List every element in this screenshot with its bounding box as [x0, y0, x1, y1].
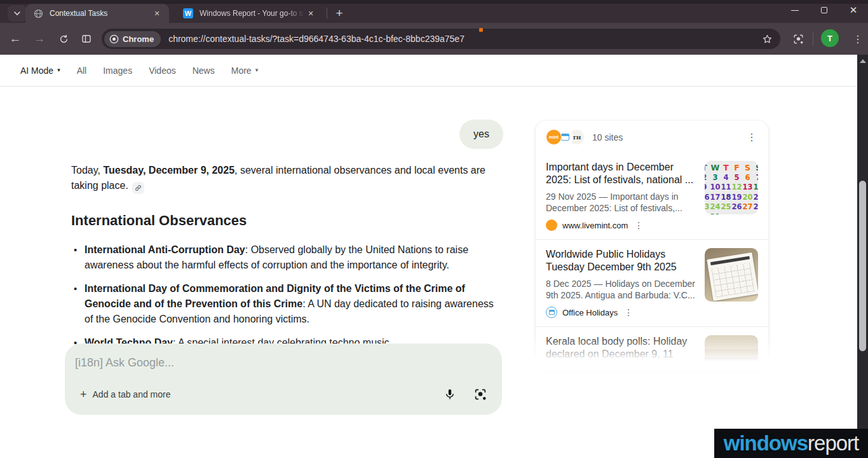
desk-calendar-thumbnail[interactable]	[705, 248, 758, 302]
answer-intro-paragraph: Today, Tuesday, December 9, 2025, severa…	[71, 163, 503, 194]
forward-button[interactable]	[29, 29, 50, 49]
chrome-chip[interactable]: Chrome	[104, 31, 161, 47]
browser-toolbar: Chrome chrome://contextual-tasks/?task=d…	[0, 23, 868, 55]
calendar-thumbnail[interactable]: TWTFSS2345679101112131416171819202123242…	[705, 161, 758, 214]
section-heading: International Observances	[71, 212, 503, 229]
link-icon	[135, 184, 142, 191]
tab-search-button[interactable]	[8, 5, 27, 22]
tab-contextual-tasks[interactable]: Contextual Tasks	[25, 4, 169, 23]
nav-label: All	[77, 66, 87, 76]
result-card-3[interactable]: Kerala local body polls: Holiday declare…	[536, 326, 768, 369]
microphone-icon	[444, 388, 456, 401]
sites-count: 10 sites	[592, 132, 623, 142]
toolbar-separator	[813, 32, 813, 45]
window-restore-button[interactable]	[813, 0, 835, 20]
tab-more[interactable]: More	[231, 66, 258, 76]
browser-menu-button[interactable]	[848, 29, 868, 49]
intro-pre: Today,	[71, 165, 103, 176]
page-scrollbar[interactable]	[857, 55, 868, 458]
ai-answer-column: yes Today, Tuesday, December 9, 2025, se…	[71, 120, 503, 359]
livemint-favicon: mint	[546, 129, 562, 145]
recording-indicator-dot	[479, 28, 483, 32]
tab-news[interactable]: News	[193, 66, 215, 76]
reload-icon	[58, 34, 69, 45]
search-navbar: AI Mode All Images Videos News More	[0, 55, 857, 87]
result-snippet: 8 Dec 2025 — Holidays on December 9th 20…	[546, 278, 697, 301]
tab-strip: Contextual Tasks W Windows Report - Your…	[0, 0, 868, 23]
lens-search-button[interactable]	[788, 29, 808, 49]
nav-label: AI Mode	[20, 66, 53, 76]
watermark-report: report	[808, 431, 858, 455]
ask-google-input[interactable]	[75, 352, 431, 373]
panel-menu-button[interactable]	[744, 130, 759, 145]
livemint-favicon	[546, 219, 557, 231]
result-title[interactable]: Worldwide Public Holidays Tuesday Decemb…	[546, 248, 697, 274]
ask-google-composer[interactable]: Add a tab and more	[65, 344, 502, 415]
source-name: Office Holidays	[562, 308, 618, 317]
composer-toolbar: Add a tab and more	[80, 387, 488, 402]
tab-close-icon[interactable]	[151, 8, 163, 19]
result-snippet: 29 Nov 2025 — Important days in December…	[546, 191, 697, 214]
nav-label: More	[231, 66, 252, 76]
chevron-down-icon	[13, 10, 21, 17]
tab-windows-report[interactable]: W Windows Report - Your go-to s	[175, 4, 323, 23]
lens-icon	[473, 387, 487, 401]
result-menu-button[interactable]	[633, 219, 644, 231]
tab-videos[interactable]: Videos	[149, 66, 176, 76]
tab-close-icon[interactable]	[305, 8, 316, 19]
windows-report-watermark: windowsreport	[714, 429, 868, 458]
chrome-chip-label: Chrome	[123, 34, 154, 44]
result-title[interactable]: Important days in December 2025: List of…	[546, 161, 697, 186]
globe-icon	[33, 8, 43, 18]
chevron-down-icon	[255, 67, 259, 73]
result-menu-button[interactable]	[623, 307, 634, 318]
intro-date: Tuesday, December 9, 2025	[103, 165, 234, 176]
calendar-grid: TWTFSS2345679101112131416171819202123242…	[705, 161, 752, 214]
sites-panel-header[interactable]: mint TH 10 sites	[536, 121, 768, 153]
bullet-bold: International Anti-Corruption Day	[85, 244, 245, 255]
restore-icon	[821, 7, 827, 13]
result-source: Office Holidays	[546, 307, 697, 318]
bookmark-star-icon[interactable]	[762, 34, 773, 45]
list-item: International Anti-Corruption Day: Obser…	[71, 242, 503, 273]
side-panel-button[interactable]	[76, 29, 97, 49]
composer-icons	[442, 387, 488, 402]
voice-search-button[interactable]	[442, 387, 458, 402]
plus-icon	[80, 389, 87, 400]
citation-link-button[interactable]	[132, 182, 144, 194]
result-card-1[interactable]: Important days in December 2025: List of…	[536, 153, 768, 239]
back-button[interactable]	[5, 29, 25, 49]
tab-ai-mode[interactable]: AI Mode	[20, 66, 60, 76]
watermark-windows: windows	[724, 431, 808, 455]
reload-button[interactable]	[53, 29, 74, 49]
scroll-up-arrow[interactable]	[860, 59, 866, 63]
browser-window: Contextual Tasks W Windows Report - Your…	[0, 0, 868, 458]
address-bar[interactable]: Chrome chrome://contextual-tasks/?task=d…	[102, 29, 780, 49]
lens-camera-button[interactable]	[473, 387, 488, 402]
window-minimize-button[interactable]	[784, 0, 806, 20]
result-title[interactable]: Kerala local body polls: Holiday declare…	[546, 335, 697, 361]
result-snippet: 1 Dec 2025 — Updated - December	[546, 365, 697, 369]
source-name: www.livemint.com	[562, 221, 628, 230]
tab-title: Windows Report - Your go-to s	[200, 9, 305, 18]
crowd-thumbnail[interactable]	[705, 335, 758, 369]
scrollbar-thumb[interactable]	[859, 181, 866, 351]
profile-avatar[interactable]: T	[821, 29, 839, 47]
new-tab-button[interactable]	[331, 5, 348, 22]
tab-title: Contextual Tasks	[50, 9, 151, 18]
chevron-down-icon	[57, 67, 60, 73]
lens-icon	[792, 33, 804, 45]
observances-list: International Anti-Corruption Day: Obser…	[71, 242, 503, 350]
site-favicon-stack: mint TH	[546, 129, 585, 145]
tab-images[interactable]: Images	[103, 66, 132, 76]
url-text[interactable]: chrome://contextual-tasks/?task=d9664743…	[168, 34, 757, 44]
window-close-button[interactable]	[843, 0, 864, 20]
chrome-logo-icon	[109, 34, 119, 44]
tab-separator	[327, 8, 327, 18]
add-tab-button[interactable]: Add a tab and more	[80, 389, 171, 400]
office-holidays-favicon	[546, 307, 557, 318]
result-card-2[interactable]: Worldwide Public Holidays Tuesday Decemb…	[536, 239, 768, 326]
side-panel-icon	[81, 33, 92, 45]
tab-all[interactable]: All	[77, 66, 87, 76]
sites-panel: mint TH 10 sites Important days in Decem…	[536, 121, 768, 369]
